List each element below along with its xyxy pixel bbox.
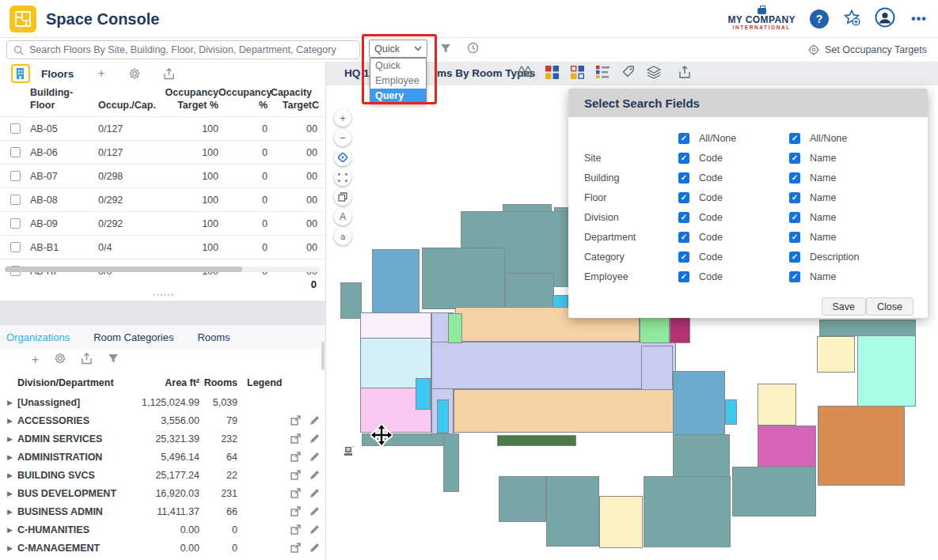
list-item[interactable]: ▶C-HUMANITIES0.000 [0,520,325,539]
export-map-icon[interactable] [679,66,690,81]
layers-icon[interactable] [647,66,661,82]
expand-caret-icon[interactable]: ▶ [0,453,17,461]
menu-item-query[interactable]: Query [370,89,426,104]
map-room[interactable] [448,313,462,343]
map-room[interactable] [443,433,459,492]
measure-icon[interactable] [516,66,534,81]
map-room[interactable] [817,336,855,373]
checkbox-Code[interactable]: ✓ [678,172,689,184]
map-room[interactable] [422,248,505,309]
export-icon[interactable] [164,68,174,80]
list-item[interactable]: ▶BUS DEVELOPMENT16,920.03231 [0,484,325,502]
highlight-rooms-icon[interactable] [285,433,306,444]
edit-pencil-icon[interactable] [306,543,323,553]
expand-caret-icon[interactable]: ▶ [0,471,17,479]
list-item[interactable]: ▶[Unassigned]1,125,024.995,039 [0,393,325,411]
list-item[interactable]: ▶BUSINESS ADMIN11,411.3766 [0,502,325,520]
col-occupancy-target[interactable]: OccupancyTarget % [160,87,218,116]
checkbox-All/None[interactable]: ✓ [789,133,800,144]
history-icon[interactable] [467,42,479,57]
settings-gear-icon[interactable] [129,68,140,79]
highlight-rooms-icon[interactable] [285,470,306,480]
map-room[interactable] [857,335,916,407]
edit-pencil-icon[interactable] [306,488,323,498]
map-room[interactable] [640,316,670,343]
expand-caret-icon[interactable]: ▶ [0,544,17,552]
org-settings-icon[interactable] [55,353,66,367]
map-room[interactable] [818,406,905,486]
checkbox-Code[interactable]: ✓ [678,192,689,203]
tab-organizations[interactable]: Organizations [6,331,70,343]
highlight-rooms-icon[interactable] [285,415,306,426]
checkbox-Name[interactable]: ✓ [789,232,800,243]
map-room[interactable] [497,435,576,446]
zoom-in-button[interactable]: + [334,109,351,127]
expand-caret-icon[interactable]: ▶ [0,526,17,534]
legend-list-icon[interactable] [596,66,610,81]
map-room[interactable] [758,426,816,467]
checkbox-Code[interactable]: ✓ [678,153,689,164]
checkbox-Code[interactable]: ✓ [678,271,689,282]
list-item[interactable]: ▶C-MANAGEMENT0.000 [0,539,325,557]
row-checkbox[interactable] [10,123,21,134]
map-room[interactable] [505,273,554,309]
highlight-rooms-icon[interactable] [285,524,306,535]
row-checkbox[interactable] [10,242,21,252]
map-room[interactable] [553,295,568,308]
menu-item-quick[interactable]: Quick [370,59,426,74]
map-room[interactable] [416,378,431,410]
highlight-rooms-icon[interactable] [285,506,306,516]
close-button[interactable]: Close [866,297,913,316]
favorites-icon[interactable] [843,9,860,29]
map-room[interactable] [599,496,643,548]
table-row[interactable]: AB-090/292100000 [0,211,325,235]
map-room[interactable] [732,467,816,516]
expand-caret-icon[interactable]: ▶ [0,435,17,443]
org-filter-icon[interactable] [108,353,119,367]
list-item[interactable]: ▶ADMIN SERVICES25,321.39232 [0,429,325,448]
table-row[interactable]: AB-B10/4100000 [0,235,325,259]
more-menu-icon[interactable]: ••• [910,9,929,28]
help-icon[interactable]: ? [810,9,829,28]
search-mode-select[interactable]: Quick [369,40,427,58]
copy-button[interactable] [334,188,351,206]
tag-icon[interactable] [622,66,635,81]
map-room[interactable] [725,399,737,425]
menu-item-employee[interactable]: Employee [370,74,426,89]
col-area[interactable]: Area ft² [133,377,199,388]
edit-pencil-icon[interactable] [306,415,323,426]
col-occupancy-pct[interactable]: Occupancy% [218,87,268,116]
col-capacity-target[interactable]: CapacityTarget [268,87,312,116]
add-floor-icon[interactable]: + [97,66,104,81]
set-occupancy-targets-button[interactable]: Set Occupancy Targets [808,38,927,62]
map-room[interactable] [670,316,690,343]
floors-tab-button[interactable] [11,64,30,83]
edit-pencil-icon[interactable] [306,433,323,444]
org-add-icon[interactable]: + [32,353,39,367]
filter-icon[interactable] [440,43,451,57]
expand-caret-icon[interactable]: ▶ [0,490,17,498]
map-room[interactable] [546,476,599,547]
map-room[interactable] [340,282,362,319]
map-room[interactable] [819,320,916,336]
col-building-floor[interactable]: Building-Floor [30,87,98,116]
table-row[interactable]: AB-060/127100000 [0,140,325,164]
checkbox-Code[interactable]: ✓ [678,212,689,223]
checkbox-Name[interactable]: ✓ [789,212,800,223]
map-room[interactable] [431,342,676,389]
row-checkbox[interactable] [10,171,21,181]
room-standards-grid-icon[interactable] [571,66,584,82]
panel-resize-handle[interactable]: •••••• [153,291,175,299]
map-room[interactable] [437,399,449,433]
list-item[interactable]: ▶ADMINISTRATION5,496.1464 [0,448,325,466]
edit-pencil-icon[interactable] [306,506,323,516]
tab-rooms[interactable]: Rooms [197,331,230,343]
expand-caret-icon[interactable]: ▶ [0,399,17,407]
expand-caret-icon[interactable]: ▶ [0,417,17,425]
checkbox-Name[interactable]: ✓ [789,172,800,184]
table-row[interactable]: AB-050/127100000 [0,116,325,140]
labels-large-button[interactable]: A [334,208,351,225]
save-button[interactable]: Save [822,297,867,316]
asset-marker-icon[interactable] [344,445,355,460]
map-room[interactable] [499,476,546,522]
